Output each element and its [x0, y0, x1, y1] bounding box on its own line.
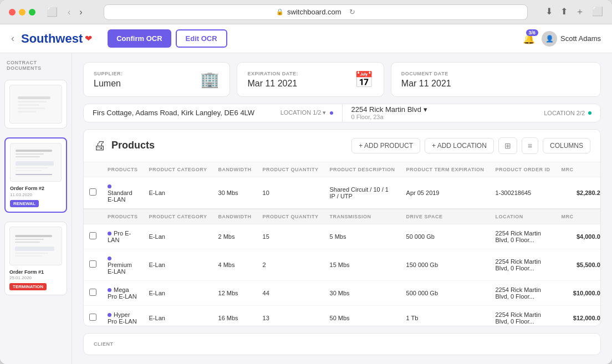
windows-icon[interactable]: ⬜ — [592, 6, 603, 18]
status-dot — [108, 288, 111, 292]
location-2-sub: 0 Floor, 23a — [351, 114, 427, 120]
app-content: ‹ Southwest ❤ Confirm OCR Edit OCR 3/6 🔔… — [0, 24, 612, 364]
location-1-badge-text: LOCATION 1/2 ▾ — [280, 109, 327, 116]
row-product-name: Hyper Pro E-LAN — [102, 305, 144, 326]
add-product-button[interactable]: + ADD PRODUCT — [351, 138, 420, 153]
add-location-button[interactable]: + ADD LOCATION — [425, 138, 494, 153]
col-bandwidth-2: BANDWIDTH — [213, 209, 257, 224]
supplier-label: SUPPLIER: — [94, 71, 123, 76]
sidebar-toggle-icon[interactable]: ⬜ — [47, 7, 58, 17]
document-label: DOCUMENT DATE — [401, 71, 451, 76]
nav-arrows: ‹ › — [64, 6, 86, 18]
maximize-button[interactable] — [29, 9, 35, 16]
traffic-lights — [9, 9, 35, 16]
row-product-name: Pro E-LAN — [102, 224, 144, 249]
row-checkbox[interactable] — [84, 280, 102, 305]
back-button[interactable]: ‹ — [11, 33, 14, 44]
expiration-label: EXPIRATION DATE: — [247, 71, 298, 76]
location-2-dot — [588, 111, 591, 115]
row-order-id: 1-300218645 — [489, 177, 555, 209]
row-quantity: 10 — [257, 177, 324, 209]
row-quantity: 15 — [257, 224, 324, 249]
download-icon[interactable]: ⬇ — [545, 6, 553, 18]
close-button[interactable] — [9, 9, 16, 16]
group2-header-row: PRODUCTS PRODUCT CATEGORY BANDWIDTH PROD… — [84, 209, 601, 224]
doc1-badge: TERMINATION — [9, 283, 47, 290]
row-checkbox[interactable] — [84, 177, 102, 209]
expiration-text: EXPIRATION DATE: Mar 11 2021 — [247, 71, 298, 89]
supplier-value: Lumen — [94, 79, 123, 89]
client-section: CLIENT — [83, 333, 601, 355]
building-icon: 🏢 — [200, 70, 220, 89]
location-2-text: 2254 Rick Martin Blvd ▾ 0 Floor, 23a — [351, 105, 427, 120]
calendar-icon: 📅 — [354, 70, 374, 89]
edit-ocr-button[interactable]: Edit OCR — [176, 29, 227, 48]
col-quantity-1: PRODUCT QUANTITY — [257, 162, 324, 177]
confirm-ocr-button[interactable]: Confirm OCR — [108, 29, 171, 48]
minimize-button[interactable] — [19, 9, 26, 16]
sidebar-section-label: CONTRACT DOCUMENTS — [4, 60, 67, 71]
col-mrc-1: MRC — [555, 162, 601, 177]
products-header: 🖨 Products + ADD PRODUCT + ADD LOCATION … — [84, 130, 600, 162]
user-name: Scott Adams — [560, 34, 601, 43]
logo-text: Southwest — [21, 32, 83, 46]
info-cards-row: SUPPLIER: Lumen 🏢 EXPIRATION DATE: Mar 1… — [83, 62, 601, 97]
grid-view-button[interactable]: ⊞ — [498, 137, 517, 154]
row-checkbox[interactable] — [84, 305, 102, 326]
location-item-1[interactable]: Firs Cottage, Adams Road, Kirk Langley, … — [84, 104, 343, 122]
address-bar[interactable]: 🔒 switchboard.com ↻ — [104, 4, 528, 20]
col-term-1: PRODUCT TERM EXPIRATION — [401, 162, 490, 177]
forward-nav-button[interactable]: › — [76, 6, 85, 18]
col-drive-space-2: DRIVE SPACE — [401, 209, 490, 224]
checkbox-header — [84, 162, 102, 177]
user-info[interactable]: 👤 Scott Adams — [542, 31, 601, 47]
row-mrc: $10,000.00 — [555, 280, 601, 305]
row-bandwidth: 2 Mbs — [213, 224, 257, 249]
location-1-address: Firs Cottage, Adams Road, Kirk Langley, … — [93, 109, 254, 117]
checkbox-header-2 — [84, 209, 102, 224]
list-view-button[interactable]: ≡ — [522, 137, 538, 154]
main-layout: CONTRACT DOCUMENTS — [0, 53, 612, 364]
supplier-card: SUPPLIER: Lumen 🏢 — [83, 62, 230, 97]
row-quantity: 13 — [257, 305, 324, 326]
columns-button[interactable]: COLUMNS — [543, 138, 590, 153]
location-1-badge: LOCATION 1/2 ▾ — [280, 109, 333, 116]
row-col5: 50 Mbs — [324, 305, 401, 326]
table-row: Hyper Pro E-LAN E-Lan 16 Mbs 13 50 Mbs 1… — [84, 305, 601, 326]
sidebar-doc-2[interactable]: Order Form #2 11.03.2020 RENEWAL — [4, 137, 67, 213]
row-category: E-Lan — [144, 280, 213, 305]
new-tab-icon[interactable]: ＋ — [575, 6, 584, 18]
browser-window: ⬜ ‹ › 🔒 switchboard.com ↻ ⬇ ⬆ ＋ ⬜ ‹ Sout… — [0, 0, 612, 364]
notification-count: 3/6 — [526, 29, 539, 36]
col-quantity-2: PRODUCT QUANTITY — [257, 209, 324, 224]
row-checkbox[interactable] — [84, 249, 102, 280]
row-product-name: Mega Pro E-LAN — [102, 280, 144, 305]
reload-icon[interactable]: ↻ — [349, 8, 355, 16]
col-bandwidth-1: BANDWIDTH — [213, 162, 257, 177]
row-description: Shared Circuit / 10 / 1 IP / UTP — [324, 177, 401, 209]
products-title: Products — [111, 140, 351, 151]
col-transmission-2: TRANSMISSION — [324, 209, 401, 224]
sidebar-doc-1[interactable]: Order Form #1 25.01.2020 TERMINATION — [4, 222, 67, 296]
share-icon[interactable]: ⬆ — [560, 6, 568, 18]
url-text: switchboard.com — [287, 8, 341, 16]
doc1-date: 25.01.2020 — [9, 275, 62, 280]
row-mrc: $4,000.00 — [555, 224, 601, 249]
notification-badge[interactable]: 3/6 🔔 — [523, 33, 535, 45]
row-col6: 50 000 Gb — [401, 224, 490, 249]
row-col6: 1 Tb — [401, 305, 490, 326]
row-bandwidth: 16 Mbs — [213, 305, 257, 326]
status-dot — [108, 313, 111, 317]
group1-header-row: PRODUCTS PRODUCT CATEGORY BANDWIDTH PROD… — [84, 162, 601, 177]
row-checkbox[interactable] — [84, 224, 102, 249]
col-mrc-2: MRC — [555, 209, 601, 224]
row-category: E-Lan — [144, 249, 213, 280]
row-col6: 150 000 Gb — [401, 249, 490, 280]
row-location: 2254 Rick Martin Blvd, 0 Floor... — [489, 280, 555, 305]
row-category: E-Lan — [144, 224, 213, 249]
back-nav-button[interactable]: ‹ — [64, 6, 74, 18]
location-2-badge: LOCATION 2/2 — [544, 110, 591, 116]
row-bandwidth: 30 Mbs — [213, 177, 257, 209]
location-item-2[interactable]: 2254 Rick Martin Blvd ▾ 0 Floor, 23a LOC… — [343, 104, 601, 122]
row-col5: 5 Mbs — [324, 224, 401, 249]
